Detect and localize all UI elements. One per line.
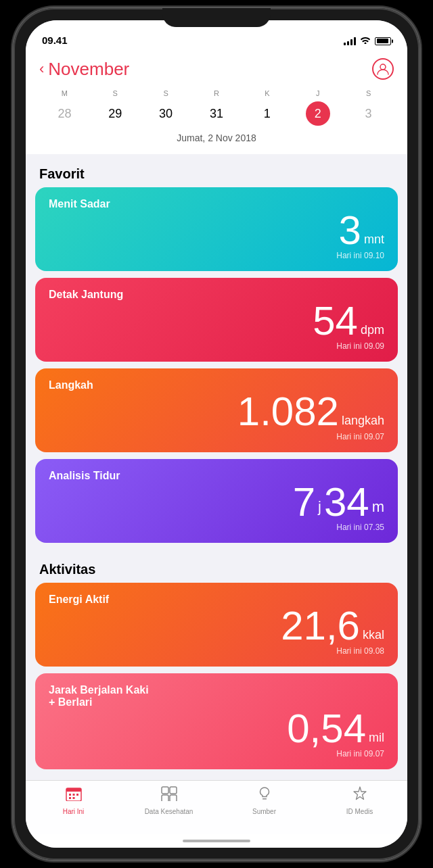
card-menit-sadar-unit: mnt	[364, 233, 384, 251]
svg-rect-2	[66, 788, 81, 792]
phone-frame: 09.41	[14, 8, 419, 860]
card-energi-aktif-value: 21,6	[281, 606, 360, 646]
back-chevron-icon[interactable]: ‹	[39, 60, 44, 78]
card-menit-sadar-label: Menit Sadar	[49, 198, 110, 210]
date-2-selected[interactable]: 2	[306, 101, 330, 126]
card-detak-jantung-label: Detak Jantung	[49, 289, 123, 301]
svg-rect-9	[170, 787, 177, 794]
card-detak-jantung-value: 54	[313, 301, 358, 341]
date-31[interactable]: 31	[191, 101, 242, 126]
card-detak-jantung[interactable]: Detak Jantung 54 dpm Hari ini 09.09	[35, 278, 398, 362]
battery-fill	[377, 39, 388, 43]
day-label-r: R	[191, 89, 242, 97]
card-detak-jantung-subtitle: Hari ini 09.09	[336, 341, 384, 351]
tab-data-kesehatan-icon	[161, 786, 177, 805]
tab-data-kesehatan[interactable]: Data Kesehatan	[121, 786, 216, 815]
status-icons	[344, 36, 391, 46]
svg-rect-4	[72, 794, 74, 796]
card-langkah-subtitle: Hari ini 09.07	[336, 432, 384, 441]
favorit-section-header: Favorit	[26, 154, 407, 187]
card-energi-aktif-label: Energi Aktif	[49, 594, 109, 606]
date-1[interactable]: 1	[242, 101, 292, 126]
tab-sumber-label: Sumber	[252, 808, 276, 815]
svg-rect-5	[76, 794, 78, 796]
wifi-icon	[360, 36, 371, 46]
card-jarak-berjalan-unit: mil	[369, 731, 384, 749]
card-jarak-berjalan-subtitle: Hari ini 09.07	[336, 749, 384, 758]
calendar-section: ‹ November M S S R K	[26, 50, 407, 154]
card-detak-jantung-unit: dpm	[361, 323, 384, 341]
home-bar	[183, 840, 250, 842]
aktivitas-section-header: Aktivitas	[26, 550, 407, 583]
card-menit-sadar-subtitle: Hari ini 09.10	[336, 251, 384, 260]
calendar-days-header: M S S R K J S	[39, 89, 394, 97]
day-label-j: J	[292, 89, 343, 97]
date-28[interactable]: 28	[39, 101, 90, 126]
screen-content[interactable]: ‹ November M S S R K	[26, 50, 407, 780]
svg-rect-3	[69, 794, 71, 796]
card-analisis-tidur-value2: 34	[324, 482, 369, 523]
svg-rect-8	[162, 787, 168, 794]
status-time: 09.41	[42, 34, 68, 46]
calendar-header: ‹ November	[39, 58, 394, 80]
date-3[interactable]: 3	[343, 101, 394, 126]
tab-sumber[interactable]: Sumber	[216, 786, 312, 815]
card-jarak-berjalan-label: Jarak Berjalan Kaki+ Berlari	[49, 684, 149, 708]
tab-hari-ini-label: Hari Ini	[63, 808, 85, 815]
day-label-m: M	[39, 89, 90, 97]
svg-rect-6	[69, 797, 71, 799]
card-langkah-label: Langkah	[49, 379, 93, 391]
tab-sumber-icon	[257, 786, 272, 805]
card-analisis-tidur[interactable]: Analisis Tidur 7 j 34 m Hari ini 07.35	[35, 459, 398, 543]
day-label-s3: S	[343, 89, 394, 97]
card-langkah-unit: langkah	[342, 414, 384, 432]
card-langkah[interactable]: Langkah 1.082 langkah Hari ini 09.07	[35, 368, 398, 452]
card-energi-aktif[interactable]: Energi Aktif 21,6 kkal Hari ini 09.08	[35, 583, 398, 667]
phone-screen: 09.41	[26, 20, 407, 848]
card-analisis-tidur-unit1: j	[318, 498, 321, 523]
card-energi-aktif-unit: kkal	[363, 628, 384, 646]
svg-rect-10	[162, 795, 168, 801]
home-indicator	[26, 834, 407, 848]
battery-icon	[375, 37, 391, 45]
profile-icon[interactable]	[372, 58, 394, 80]
card-analisis-tidur-value: 7	[293, 482, 315, 523]
tab-id-medis[interactable]: ID Medis	[312, 786, 407, 815]
tab-hari-ini[interactable]: Hari Ini	[26, 786, 121, 815]
calendar-month[interactable]: ‹ November	[39, 59, 129, 80]
svg-rect-12	[263, 798, 267, 800]
tab-bar: Hari Ini Data Kesehatan	[26, 780, 407, 834]
card-jarak-berjalan[interactable]: Jarak Berjalan Kaki+ Berlari 0,54 mil Ha…	[35, 673, 398, 769]
svg-rect-11	[170, 795, 177, 801]
day-label-k: K	[242, 89, 292, 97]
tab-hari-ini-icon	[66, 786, 82, 805]
date-30[interactable]: 30	[141, 101, 191, 126]
signal-bars-icon	[344, 37, 356, 45]
card-langkah-value: 1.082	[237, 391, 339, 432]
card-jarak-berjalan-value: 0,54	[287, 708, 366, 749]
svg-point-0	[380, 64, 386, 70]
month-title: November	[48, 59, 129, 80]
card-energi-aktif-subtitle: Hari ini 09.08	[336, 646, 384, 656]
card-menit-sadar-value: 3	[339, 210, 361, 251]
day-label-s1: S	[90, 89, 141, 97]
day-label-s2: S	[141, 89, 191, 97]
notch	[162, 8, 271, 27]
card-analisis-tidur-subtitle: Hari ini 07.35	[336, 523, 384, 532]
date-29[interactable]: 29	[90, 101, 141, 126]
tab-id-medis-icon	[352, 786, 367, 805]
svg-rect-7	[72, 797, 74, 799]
selected-date-label: Jumat, 2 Nov 2018	[39, 132, 394, 143]
tab-data-kesehatan-label: Data Kesehatan	[145, 808, 193, 815]
card-menit-sadar[interactable]: Menit Sadar 3 mnt Hari ini 09.10	[35, 187, 398, 271]
card-analisis-tidur-label: Analisis Tidur	[49, 470, 120, 482]
card-analisis-tidur-unit2: m	[372, 498, 384, 523]
tab-id-medis-label: ID Medis	[346, 808, 373, 815]
calendar-dates: 28 29 30 31 1 2 3	[39, 101, 394, 126]
